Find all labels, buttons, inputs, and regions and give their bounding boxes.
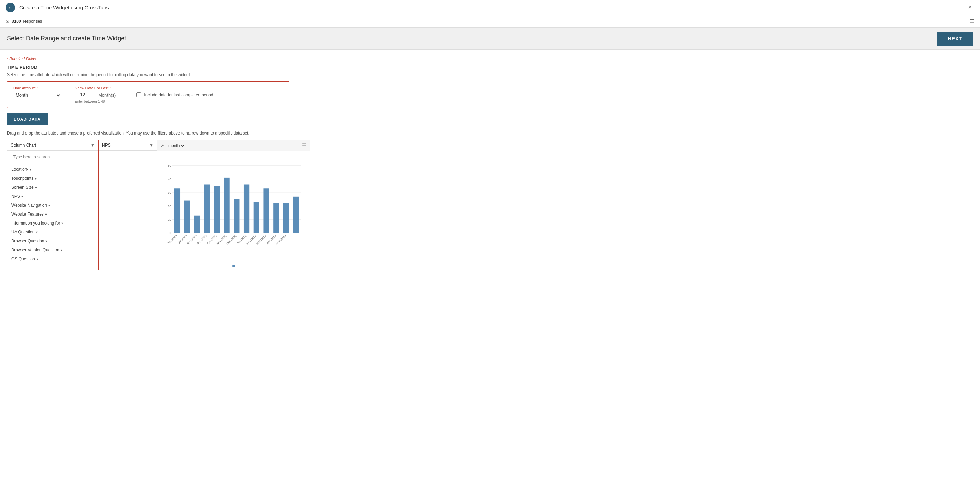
bar xyxy=(234,200,240,233)
attribute-item[interactable]: OS Question▾ xyxy=(7,254,98,263)
svg-text:Feb (2021): Feb (2021) xyxy=(246,234,258,245)
attribute-label: Website Navigation xyxy=(11,203,47,208)
response-info: ✉ 3100 responses xyxy=(5,19,42,24)
show-data-label: Show Data For Last * xyxy=(75,86,116,90)
bar xyxy=(194,216,200,233)
attribute-item[interactable]: NPS▾ xyxy=(7,192,98,201)
svg-text:Nov (2020): Nov (2020) xyxy=(216,234,228,245)
attribute-label: Website Features xyxy=(11,212,44,217)
next-button[interactable]: NEXT xyxy=(937,32,973,46)
svg-text:Sep (2020): Sep (2020) xyxy=(196,234,208,245)
svg-text:Jan (2021): Jan (2021) xyxy=(236,234,247,245)
attribute-label: OS Question xyxy=(11,257,35,262)
response-count: 3100 xyxy=(12,19,21,24)
stack-icon[interactable]: ☰ xyxy=(970,18,975,24)
bar xyxy=(273,203,279,233)
attribute-item[interactable]: Screen Size▾ xyxy=(7,183,98,192)
svg-text:10: 10 xyxy=(168,218,171,222)
chart-type-header: ▼ xyxy=(7,140,98,151)
show-data-input[interactable] xyxy=(75,91,95,98)
close-button[interactable]: × xyxy=(965,2,975,13)
drag-description: Drag and drop the attributes and chose a… xyxy=(7,131,973,136)
svg-text:0: 0 xyxy=(170,232,171,235)
page-title: Select Date Range and create Time Widget xyxy=(7,35,126,42)
widget-area: ▼ Location-▾Touchpoints▾Screen Size▾NPS▾… xyxy=(7,140,310,270)
chart-nav-dot[interactable] xyxy=(232,265,235,267)
attribute-item[interactable]: Website Navigation▾ xyxy=(7,201,98,210)
months-label: Month(s) xyxy=(98,93,116,97)
chart-type-input[interactable] xyxy=(11,143,52,148)
attribute-item[interactable]: Website Features▾ xyxy=(7,210,98,219)
period-description: Select the time attribute which will det… xyxy=(7,72,973,77)
svg-text:40: 40 xyxy=(168,177,171,181)
main-content: * Required Fields TIME PERIOD Select the… xyxy=(0,49,980,487)
title-bar-left: ← Create a Time Widget using CrossTabs xyxy=(5,3,109,13)
attribute-arrow: ▾ xyxy=(48,203,50,207)
nps-panel: ▼ xyxy=(98,140,157,270)
include-last-period-checkbox[interactable] xyxy=(137,93,141,97)
chart-panel: ↗ month ☰ 01020304050Jun (2020)Jul (2020… xyxy=(157,140,310,270)
attribute-label: Information you looking for xyxy=(11,221,60,225)
attribute-list: Location-▾Touchpoints▾Screen Size▾NPS▾We… xyxy=(7,163,98,265)
bar xyxy=(283,203,289,233)
dialog-title: Create a Time Widget using CrossTabs xyxy=(19,5,109,10)
chart-menu-icon[interactable]: ☰ xyxy=(302,143,306,148)
attribute-item[interactable]: Browser Question▾ xyxy=(7,236,98,246)
svg-text:30: 30 xyxy=(168,191,171,195)
attribute-label: UA Question xyxy=(11,230,35,235)
bar xyxy=(243,184,250,233)
attribute-arrow: ▾ xyxy=(37,257,38,261)
search-input[interactable] xyxy=(10,153,95,161)
time-attribute-select[interactable]: Month xyxy=(13,91,61,99)
title-bar: ← Create a Time Widget using CrossTabs × xyxy=(0,0,980,15)
back-button[interactable]: ← xyxy=(5,3,15,13)
time-attribute-select-wrapper: Month xyxy=(13,91,61,99)
attribute-item[interactable]: Touchpoints▾ xyxy=(7,174,98,183)
attribute-label: NPS xyxy=(11,194,20,199)
attribute-arrow: ▾ xyxy=(46,240,47,243)
nps-input[interactable] xyxy=(102,143,130,148)
bar xyxy=(263,188,269,233)
attribute-arrow: ▾ xyxy=(30,168,31,171)
response-label: responses xyxy=(23,19,42,24)
chart-header: ↗ month ☰ xyxy=(157,140,310,152)
include-last-period-label: Include data for last completed period xyxy=(144,93,213,97)
time-period-box: Time Attribute * Month Show Data For Las… xyxy=(7,81,290,108)
attribute-arrow: ▾ xyxy=(35,177,37,180)
attribute-arrow: ▾ xyxy=(21,195,23,198)
nps-arrow[interactable]: ▼ xyxy=(149,143,153,148)
chart-area: 01020304050Jun (2020)Jul (2020)Aug (2020… xyxy=(157,152,310,262)
bar xyxy=(224,177,229,233)
chart-expand-icon[interactable]: ↗ xyxy=(161,143,164,148)
svg-text:Mar (2021): Mar (2021) xyxy=(256,234,267,245)
attribute-label: Touchpoints xyxy=(11,176,33,181)
chart-type-arrow[interactable]: ▼ xyxy=(91,143,95,148)
attribute-arrow: ▾ xyxy=(36,230,38,234)
bar xyxy=(293,196,299,233)
bar xyxy=(254,202,259,233)
attribute-label: Browser Version Question xyxy=(11,247,59,252)
show-data-group: Show Data For Last * Month(s) Enter betw… xyxy=(75,86,116,104)
bar xyxy=(214,185,220,233)
header-section: Select Date Range and create Time Widget… xyxy=(0,27,980,49)
attribute-arrow: ▾ xyxy=(45,212,47,216)
attribute-item[interactable]: Location-▾ xyxy=(7,165,98,174)
time-period-label: TIME PERIOD xyxy=(7,65,973,70)
svg-text:Aug (2020): Aug (2020) xyxy=(186,234,198,245)
time-attribute-label: Time Attribute * xyxy=(13,86,61,90)
attribute-label: Browser Question xyxy=(11,239,44,244)
load-data-button[interactable]: LOAD DATA xyxy=(7,113,48,125)
attribute-arrow: ▾ xyxy=(61,222,63,225)
svg-text:50: 50 xyxy=(168,164,171,167)
month-select[interactable]: month xyxy=(167,143,185,148)
time-attribute-group: Time Attribute * Month xyxy=(13,86,61,99)
attribute-item[interactable]: UA Question▾ xyxy=(7,228,98,236)
svg-text:20: 20 xyxy=(168,204,171,208)
attribute-item[interactable]: Information you looking for▾ xyxy=(7,219,98,228)
attribute-label: Location- xyxy=(11,167,28,172)
include-last-period-group: Include data for last completed period xyxy=(137,93,213,97)
attribute-item[interactable]: Browser Version Question▾ xyxy=(7,246,98,254)
attribute-label: Screen Size xyxy=(11,185,34,190)
nps-header: ▼ xyxy=(99,140,157,151)
hint-text: Enter between 1-48 xyxy=(75,100,116,104)
